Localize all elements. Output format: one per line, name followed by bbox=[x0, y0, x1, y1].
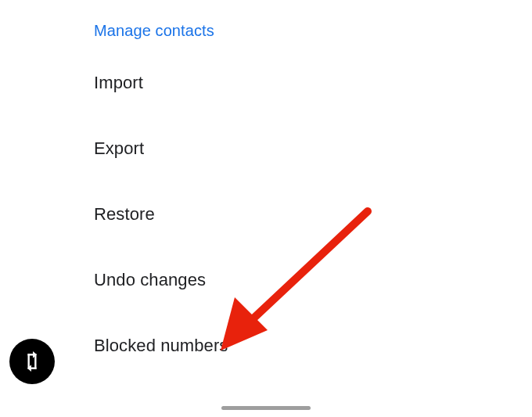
menu-item-import[interactable]: Import bbox=[94, 73, 532, 93]
menu-item-blocked-numbers[interactable]: Blocked numbers bbox=[94, 336, 532, 356]
sync-fab-button[interactable] bbox=[9, 339, 55, 384]
section-header-manage-contacts: Manage contacts bbox=[94, 22, 532, 40]
sync-icon bbox=[22, 351, 42, 372]
settings-content: Manage contacts Import Export Restore Un… bbox=[0, 0, 532, 356]
menu-item-restore[interactable]: Restore bbox=[94, 204, 532, 225]
menu-item-export[interactable]: Export bbox=[94, 138, 532, 159]
menu-item-undo-changes[interactable]: Undo changes bbox=[94, 270, 532, 290]
navigation-bar-handle[interactable] bbox=[221, 406, 311, 410]
